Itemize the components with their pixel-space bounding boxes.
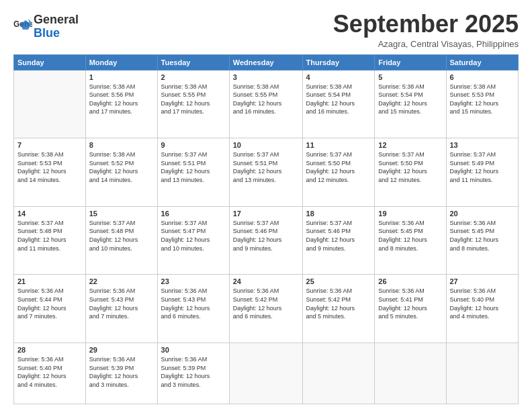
day-info: Sunrise: 5:37 AMSunset: 5:46 PMDaylight:… (306, 219, 371, 253)
table-row: 9Sunrise: 5:37 AMSunset: 5:51 PMDaylight… (157, 138, 229, 207)
table-row: 28Sunrise: 5:36 AMSunset: 5:40 PMDayligh… (14, 343, 86, 404)
th-tuesday: Tuesday (157, 54, 229, 70)
day-info: Sunrise: 5:37 AMSunset: 5:50 PMDaylight:… (306, 150, 371, 184)
day-info: Sunrise: 5:38 AMSunset: 5:54 PMDaylight:… (378, 83, 442, 116)
table-row: 15Sunrise: 5:37 AMSunset: 5:48 PMDayligh… (85, 206, 157, 275)
day-info: Sunrise: 5:37 AMSunset: 5:49 PMDaylight:… (450, 150, 515, 184)
day-info: Sunrise: 5:38 AMSunset: 5:54 PMDaylight:… (306, 83, 371, 116)
day-number: 5 (378, 73, 442, 81)
th-friday: Friday (375, 54, 446, 70)
logo: General General Blue (13, 13, 79, 40)
table-row (229, 343, 302, 404)
table-row: 14Sunrise: 5:37 AMSunset: 5:48 PMDayligh… (14, 206, 86, 275)
logo-blue: Blue (34, 26, 60, 40)
day-number: 27 (450, 277, 515, 285)
day-number: 9 (161, 141, 226, 149)
table-row: 22Sunrise: 5:36 AMSunset: 5:43 PMDayligh… (85, 275, 157, 343)
day-number: 1 (89, 73, 154, 81)
table-row: 1Sunrise: 5:38 AMSunset: 5:56 PMDaylight… (85, 70, 157, 138)
th-wednesday: Wednesday (229, 54, 302, 70)
table-row: 10Sunrise: 5:37 AMSunset: 5:51 PMDayligh… (229, 138, 302, 207)
title-block: September 2025 Azagra, Central Visayas, … (333, 11, 519, 49)
table-row (14, 70, 86, 138)
day-info: Sunrise: 5:37 AMSunset: 5:51 PMDaylight:… (233, 150, 299, 184)
day-number: 8 (89, 141, 154, 149)
day-number: 7 (17, 141, 82, 149)
day-info: Sunrise: 5:38 AMSunset: 5:52 PMDaylight:… (89, 150, 154, 184)
day-info: Sunrise: 5:38 AMSunset: 5:55 PMDaylight:… (161, 83, 226, 116)
th-saturday: Saturday (446, 54, 519, 70)
day-info: Sunrise: 5:37 AMSunset: 5:48 PMDaylight:… (89, 219, 154, 253)
day-number: 18 (306, 210, 371, 218)
day-number: 29 (89, 346, 154, 354)
location-subtitle: Azagra, Central Visayas, Philippines (333, 39, 519, 49)
day-number: 3 (233, 73, 299, 81)
page: General General Blue September 2025 Azag… (0, 0, 532, 411)
day-number: 25 (306, 277, 371, 285)
table-row: 12Sunrise: 5:37 AMSunset: 5:50 PMDayligh… (375, 138, 446, 207)
day-info: Sunrise: 5:37 AMSunset: 5:48 PMDaylight:… (17, 219, 82, 253)
calendar-header-row: Sunday Monday Tuesday Wednesday Thursday… (14, 54, 519, 70)
day-info: Sunrise: 5:37 AMSunset: 5:47 PMDaylight:… (161, 219, 226, 253)
day-info: Sunrise: 5:36 AMSunset: 5:45 PMDaylight:… (450, 219, 515, 253)
day-info: Sunrise: 5:37 AMSunset: 5:50 PMDaylight:… (378, 150, 442, 184)
day-info: Sunrise: 5:36 AMSunset: 5:40 PMDaylight:… (17, 355, 82, 389)
day-number: 19 (378, 210, 442, 218)
table-row: 2Sunrise: 5:38 AMSunset: 5:55 PMDaylight… (157, 70, 229, 138)
table-row: 24Sunrise: 5:36 AMSunset: 5:42 PMDayligh… (229, 275, 302, 343)
day-info: Sunrise: 5:37 AMSunset: 5:51 PMDaylight:… (161, 150, 226, 184)
logo-general: General (34, 13, 79, 26)
day-info: Sunrise: 5:36 AMSunset: 5:40 PMDaylight:… (450, 287, 515, 320)
table-row: 26Sunrise: 5:36 AMSunset: 5:41 PMDayligh… (375, 275, 446, 343)
month-title: September 2025 (333, 11, 519, 38)
day-info: Sunrise: 5:38 AMSunset: 5:53 PMDaylight:… (17, 150, 82, 184)
day-info: Sunrise: 5:36 AMSunset: 5:41 PMDaylight:… (378, 287, 442, 320)
day-info: Sunrise: 5:36 AMSunset: 5:44 PMDaylight:… (17, 287, 82, 320)
table-row: 4Sunrise: 5:38 AMSunset: 5:54 PMDaylight… (302, 70, 375, 138)
table-row: 11Sunrise: 5:37 AMSunset: 5:50 PMDayligh… (302, 138, 375, 207)
day-number: 20 (450, 210, 515, 218)
day-info: Sunrise: 5:38 AMSunset: 5:55 PMDaylight:… (233, 83, 299, 116)
table-row: 18Sunrise: 5:37 AMSunset: 5:46 PMDayligh… (302, 206, 375, 275)
day-info: Sunrise: 5:38 AMSunset: 5:53 PMDaylight:… (450, 83, 515, 116)
table-row: 27Sunrise: 5:36 AMSunset: 5:40 PMDayligh… (446, 275, 519, 343)
day-info: Sunrise: 5:36 AMSunset: 5:45 PMDaylight:… (378, 219, 442, 253)
day-number: 6 (450, 73, 515, 81)
th-monday: Monday (85, 54, 157, 70)
table-row: 16Sunrise: 5:37 AMSunset: 5:47 PMDayligh… (157, 206, 229, 275)
day-info: Sunrise: 5:36 AMSunset: 5:42 PMDaylight:… (306, 287, 371, 320)
table-row: 30Sunrise: 5:36 AMSunset: 5:39 PMDayligh… (157, 343, 229, 404)
table-row: 13Sunrise: 5:37 AMSunset: 5:49 PMDayligh… (446, 138, 519, 207)
day-number: 12 (378, 141, 442, 149)
table-row: 29Sunrise: 5:36 AMSunset: 5:39 PMDayligh… (85, 343, 157, 404)
day-info: Sunrise: 5:38 AMSunset: 5:56 PMDaylight:… (89, 83, 154, 116)
day-number: 13 (450, 141, 515, 149)
day-number: 10 (233, 141, 299, 149)
day-number: 21 (17, 277, 82, 285)
table-row: 23Sunrise: 5:36 AMSunset: 5:43 PMDayligh… (157, 275, 229, 343)
day-number: 22 (89, 277, 154, 285)
day-number: 26 (378, 277, 442, 285)
table-row (375, 343, 446, 404)
day-number: 28 (17, 346, 82, 354)
day-number: 17 (233, 210, 299, 218)
day-info: Sunrise: 5:36 AMSunset: 5:39 PMDaylight:… (89, 355, 154, 389)
table-row: 5Sunrise: 5:38 AMSunset: 5:54 PMDaylight… (375, 70, 446, 138)
calendar-table: Sunday Monday Tuesday Wednesday Thursday… (13, 54, 519, 404)
day-number: 23 (161, 277, 226, 285)
table-row: 17Sunrise: 5:37 AMSunset: 5:46 PMDayligh… (229, 206, 302, 275)
logo-icon: General (13, 17, 32, 36)
day-number: 30 (161, 346, 226, 354)
day-number: 15 (89, 210, 154, 218)
day-number: 14 (17, 210, 82, 218)
day-info: Sunrise: 5:36 AMSunset: 5:43 PMDaylight:… (161, 287, 226, 320)
day-number: 16 (161, 210, 226, 218)
day-number: 2 (161, 73, 226, 81)
day-number: 11 (306, 141, 371, 149)
th-sunday: Sunday (14, 54, 86, 70)
day-info: Sunrise: 5:36 AMSunset: 5:42 PMDaylight:… (233, 287, 299, 320)
table-row: 21Sunrise: 5:36 AMSunset: 5:44 PMDayligh… (14, 275, 86, 343)
table-row (446, 343, 519, 404)
table-row: 6Sunrise: 5:38 AMSunset: 5:53 PMDaylight… (446, 70, 519, 138)
logo-text: General Blue (34, 13, 79, 40)
